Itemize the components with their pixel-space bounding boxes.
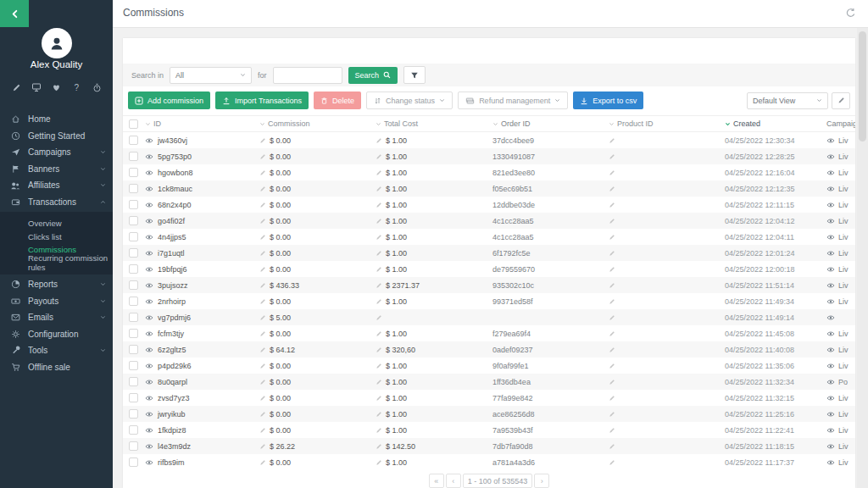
table-row[interactable]: rifbs9im $ 0.00 $ 1.00 a781a4a3d6 04/25/… bbox=[123, 454, 855, 470]
eye-icon[interactable] bbox=[145, 443, 153, 450]
pencil-icon[interactable] bbox=[376, 314, 382, 321]
pencil-icon[interactable] bbox=[609, 347, 721, 353]
row-checkbox[interactable] bbox=[129, 329, 138, 338]
eye-icon[interactable] bbox=[145, 314, 153, 321]
search-button[interactable]: Search bbox=[348, 67, 398, 84]
sidebar-item-emails[interactable]: Emails bbox=[0, 309, 113, 326]
column-header-commission[interactable]: Commission bbox=[255, 119, 371, 128]
eye-icon[interactable] bbox=[145, 379, 153, 385]
pencil-icon[interactable] bbox=[376, 363, 382, 369]
pencil-icon[interactable] bbox=[259, 347, 266, 353]
table-row[interactable]: 1ck8mauc $ 0.00 $ 1.00 f05ec69b51 04/25/… bbox=[123, 180, 855, 197]
pencil-icon[interactable] bbox=[609, 250, 721, 257]
table-row[interactable]: i7g1uqtl $ 0.00 $ 1.00 6f1792fc5e 04/25/… bbox=[123, 245, 855, 261]
table-row[interactable]: hgowbon8 $ 0.00 $ 1.00 821ed3ee80 04/25/… bbox=[123, 164, 855, 180]
refund-management-button[interactable]: Refund management bbox=[458, 92, 568, 109]
eye-icon[interactable] bbox=[826, 443, 835, 450]
import-transactions-button[interactable]: Import Transactions bbox=[215, 92, 309, 109]
eye-icon[interactable] bbox=[826, 411, 835, 418]
pencil-icon[interactable] bbox=[609, 234, 721, 241]
pencil-icon[interactable] bbox=[609, 137, 721, 144]
pencil-icon[interactable] bbox=[376, 411, 382, 418]
pencil-icon[interactable] bbox=[609, 330, 721, 337]
timer-icon[interactable] bbox=[91, 81, 103, 93]
row-checkbox[interactable] bbox=[129, 248, 138, 258]
refresh-icon[interactable] bbox=[845, 8, 856, 19]
pencil-icon[interactable] bbox=[259, 363, 266, 369]
sidebar-item-reports[interactable]: Reports bbox=[0, 276, 113, 293]
search-scope-select[interactable]: All bbox=[170, 67, 252, 84]
collapse-sidebar-button[interactable] bbox=[0, 0, 29, 27]
table-row[interactable]: jw4360vj $ 0.00 $ 1.00 37dcc4bee9 04/25/… bbox=[123, 132, 855, 148]
eye-icon[interactable] bbox=[145, 298, 153, 305]
delete-button[interactable]: Delete bbox=[314, 92, 361, 109]
heart-icon[interactable] bbox=[51, 81, 63, 93]
pencil-icon[interactable] bbox=[609, 443, 721, 450]
sidebar-item-tools[interactable]: Tools bbox=[0, 342, 113, 359]
avatar[interactable] bbox=[42, 28, 72, 58]
pencil-icon[interactable] bbox=[259, 427, 266, 434]
pencil-icon[interactable] bbox=[376, 234, 382, 241]
table-row[interactable]: 68n2x4p0 $ 0.00 $ 1.00 12ddbe03de 04/25/… bbox=[123, 197, 855, 213]
pencil-icon[interactable] bbox=[609, 266, 721, 273]
table-row[interactable]: 5pg753p0 $ 0.00 $ 1.00 1330491087 04/25/… bbox=[123, 148, 855, 164]
row-checkbox[interactable] bbox=[129, 152, 138, 161]
pencil-icon[interactable] bbox=[376, 347, 382, 353]
edit-profile-icon[interactable] bbox=[10, 81, 22, 93]
eye-icon[interactable] bbox=[826, 234, 835, 241]
row-checkbox[interactable] bbox=[129, 441, 138, 451]
eye-icon[interactable] bbox=[826, 186, 835, 192]
change-status-button[interactable]: Change status bbox=[366, 92, 453, 109]
eye-icon[interactable] bbox=[826, 427, 835, 434]
row-checkbox[interactable] bbox=[129, 280, 138, 290]
row-checkbox[interactable] bbox=[129, 184, 138, 193]
sidebar-item-banners[interactable]: Banners bbox=[0, 161, 113, 178]
column-header-total-cost[interactable]: Total Cost bbox=[371, 119, 488, 128]
pencil-icon[interactable] bbox=[259, 266, 266, 273]
pencil-icon[interactable] bbox=[259, 411, 266, 418]
eye-icon[interactable] bbox=[145, 363, 153, 369]
pencil-icon[interactable] bbox=[259, 250, 266, 257]
pencil-icon[interactable] bbox=[609, 282, 721, 289]
sidebar-item-campaigns[interactable]: Campaigns bbox=[0, 144, 113, 161]
pencil-icon[interactable] bbox=[609, 218, 721, 225]
sidebar-item-overview[interactable]: Overview bbox=[0, 217, 113, 230]
table-row[interactable]: vg7pdmj6 $ 5.00 04/25/2022 11:49:14 bbox=[123, 309, 855, 325]
sidebar-item-payouts[interactable]: Payouts bbox=[0, 293, 113, 310]
column-header-order-id[interactable]: Order ID bbox=[488, 119, 604, 128]
eye-icon[interactable] bbox=[826, 169, 835, 176]
eye-icon[interactable] bbox=[826, 298, 835, 305]
pencil-icon[interactable] bbox=[376, 218, 382, 225]
pencil-icon[interactable] bbox=[259, 218, 266, 225]
row-checkbox[interactable] bbox=[129, 136, 138, 145]
row-checkbox[interactable] bbox=[129, 313, 138, 322]
eye-icon[interactable] bbox=[145, 250, 153, 257]
sidebar-item-offline-sale[interactable]: Offline sale bbox=[0, 359, 113, 376]
pencil-icon[interactable] bbox=[259, 443, 266, 450]
eye-icon[interactable] bbox=[826, 202, 835, 208]
pencil-icon[interactable] bbox=[259, 137, 266, 144]
column-header-id[interactable]: ID bbox=[140, 119, 255, 128]
column-header-product-id[interactable]: Product ID bbox=[604, 119, 721, 128]
pencil-icon[interactable] bbox=[376, 443, 382, 450]
pencil-icon[interactable] bbox=[259, 314, 266, 321]
eye-icon[interactable] bbox=[145, 330, 153, 337]
previous-page-button[interactable]: ‹ bbox=[446, 474, 461, 488]
pencil-icon[interactable] bbox=[259, 153, 266, 160]
eye-icon[interactable] bbox=[145, 347, 153, 353]
eye-icon[interactable] bbox=[826, 218, 835, 225]
pencil-icon[interactable] bbox=[376, 459, 382, 466]
table-row[interactable]: 4n4jjps5 $ 0.00 $ 1.00 4c1cc28aa5 04/25/… bbox=[123, 229, 855, 245]
pencil-icon[interactable] bbox=[259, 459, 266, 466]
pencil-icon[interactable] bbox=[376, 282, 382, 289]
eye-icon[interactable] bbox=[826, 266, 835, 273]
pencil-icon[interactable] bbox=[376, 298, 382, 305]
pencil-icon[interactable] bbox=[609, 459, 721, 466]
pencil-icon[interactable] bbox=[259, 379, 266, 385]
sidebar-item-configuration[interactable]: Configuration bbox=[0, 326, 113, 343]
pencil-icon[interactable] bbox=[609, 411, 721, 418]
row-checkbox[interactable] bbox=[129, 200, 138, 209]
pencil-icon[interactable] bbox=[259, 282, 266, 289]
table-row[interactable]: go4fi02f $ 0.00 $ 1.00 4c1cc28aa5 04/25/… bbox=[123, 213, 855, 229]
row-checkbox[interactable] bbox=[129, 393, 138, 402]
